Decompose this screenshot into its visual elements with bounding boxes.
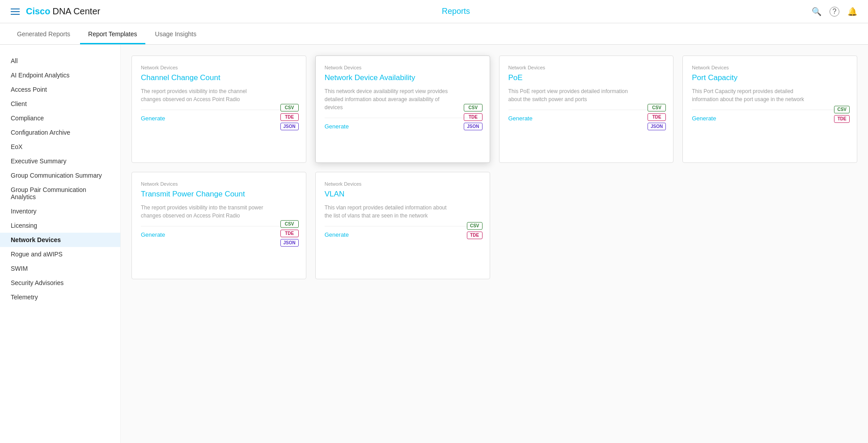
brand-logo: Cisco DNA Center	[26, 6, 100, 17]
card-text-area: PoE This PoE report view provides detail…	[508, 73, 665, 103]
sidebar-item-swim[interactable]: SWIM	[0, 261, 120, 276]
badge-tde: TDE	[280, 230, 299, 237]
badge-csv: CSV	[280, 220, 299, 228]
main-layout: AllAI Endpoint AnalyticsAccess PointClie…	[0, 45, 868, 443]
badge-tde: TDE	[280, 113, 299, 121]
top-nav: Cisco DNA Center Reports 🔍 ? 🔔	[0, 0, 868, 23]
card-footer: Generate	[692, 110, 848, 122]
generate-link[interactable]: Generate	[325, 231, 349, 238]
generate-link[interactable]: Generate	[508, 115, 533, 122]
card-text-area: Port Capacity This Port Capacity report …	[692, 73, 848, 103]
card-description: This network device availability report …	[325, 87, 449, 111]
card-text-area: Network Device Availability This network…	[325, 73, 481, 111]
badge-json: JSON	[464, 123, 482, 130]
nav-left: Cisco DNA Center	[11, 6, 100, 17]
report-card-channel-change: Network Devices Channel Change Count The…	[131, 55, 306, 163]
badge-tde: TDE	[648, 113, 666, 121]
sidebar-item-config-archive[interactable]: Configuration Archive	[0, 125, 120, 140]
report-card-poe: Network Devices PoE This PoE report view…	[499, 55, 674, 163]
report-card-vlan: Network Devices VLAN This vlan report pr…	[315, 172, 490, 279]
brand-rest: DNA Center	[52, 6, 100, 17]
card-footer: Generate	[141, 226, 297, 238]
card-title: Transmit Power Change Count	[141, 189, 266, 199]
card-category: Network Devices	[508, 65, 665, 70]
card-description: This Port Capacity report provides detai…	[692, 87, 817, 103]
badge-tde: TDE	[834, 115, 850, 123]
card-title: VLAN	[325, 189, 449, 199]
card-footer: Generate	[508, 110, 665, 122]
nav-right: 🔍 ? 🔔	[812, 7, 857, 17]
generate-link[interactable]: Generate	[325, 123, 349, 130]
sidebar-item-rogue[interactable]: Rogue and aWIPS	[0, 247, 120, 261]
card-badges: CSVTDEJSON	[464, 104, 482, 130]
sidebar-item-executive[interactable]: Executive Summary	[0, 154, 120, 168]
card-text-area: VLAN This vlan report provides detailed …	[325, 189, 481, 220]
sidebar-item-inventory[interactable]: Inventory	[0, 204, 120, 218]
sidebar-item-licensing[interactable]: Licensing	[0, 218, 120, 233]
sidebar-item-compliance[interactable]: Compliance	[0, 111, 120, 125]
sidebar-item-telemetry[interactable]: Telemetry	[0, 290, 120, 304]
report-card-port-capacity: Network Devices Port Capacity This Port …	[682, 55, 857, 163]
badge-csv: CSV	[467, 222, 483, 230]
tab-usage-insights[interactable]: Usage Insights	[147, 25, 205, 44]
card-category: Network Devices	[692, 65, 848, 70]
tab-report-templates[interactable]: Report Templates	[80, 25, 145, 44]
card-content-row: Transmit Power Change Count The report p…	[141, 189, 297, 220]
sidebar-item-group-pair[interactable]: Group Pair Communication Analytics	[0, 183, 120, 204]
page-title: Reports	[442, 7, 470, 16]
card-badges: CSVTDEJSON	[648, 104, 666, 130]
sidebar-item-eox[interactable]: EoX	[0, 140, 120, 154]
brand-cisco: Cisco	[26, 6, 50, 17]
bell-icon[interactable]: 🔔	[847, 7, 857, 17]
sidebar: AllAI Endpoint AnalyticsAccess PointClie…	[0, 45, 121, 443]
card-content-row: Port Capacity This Port Capacity report …	[692, 73, 848, 103]
card-description: This vlan report provides detailed infor…	[325, 204, 449, 220]
card-category: Network Devices	[325, 181, 481, 187]
generate-link[interactable]: Generate	[692, 115, 716, 122]
card-content-row: Channel Change Count The report provides…	[141, 73, 297, 103]
content-area: Network Devices Channel Change Count The…	[121, 45, 868, 443]
card-description: The report provides visibility into the …	[141, 204, 266, 220]
tab-generated-reports[interactable]: Generated Reports	[9, 25, 78, 44]
generate-link[interactable]: Generate	[141, 115, 165, 122]
report-card-transmit-power: Network Devices Transmit Power Change Co…	[131, 172, 306, 279]
card-badges: CSVTDEJSON	[280, 104, 299, 130]
badge-csv: CSV	[834, 106, 850, 113]
sidebar-item-ai[interactable]: AI Endpoint Analytics	[0, 68, 120, 82]
card-content-row: PoE This PoE report view provides detail…	[508, 73, 665, 103]
card-category: Network Devices	[141, 181, 297, 187]
card-footer: Generate	[325, 226, 481, 238]
card-badges: CSVTDE	[467, 222, 483, 239]
card-text-area: Transmit Power Change Count The report p…	[141, 189, 297, 220]
card-text-area: Channel Change Count The report provides…	[141, 73, 297, 103]
tabs-bar: Generated Reports Report Templates Usage…	[0, 23, 868, 45]
card-badges: CSVTDEJSON	[280, 220, 299, 247]
card-category: Network Devices	[325, 65, 481, 70]
cards-grid: Network Devices Channel Change Count The…	[131, 55, 857, 279]
sidebar-item-group-comm[interactable]: Group Communication Summary	[0, 168, 120, 183]
card-title: PoE	[508, 73, 633, 83]
card-category: Network Devices	[141, 65, 297, 70]
badge-json: JSON	[280, 239, 299, 247]
generate-link[interactable]: Generate	[141, 231, 165, 238]
sidebar-item-all[interactable]: All	[0, 54, 120, 68]
help-icon[interactable]: ?	[830, 7, 839, 17]
hamburger-icon[interactable]	[11, 9, 20, 15]
card-title: Port Capacity	[692, 73, 817, 83]
report-card-network-device-availability: Network Devices Network Device Availabil…	[315, 55, 490, 163]
card-footer: Generate	[325, 118, 481, 130]
card-content-row: VLAN This vlan report provides detailed …	[325, 189, 481, 220]
sidebar-item-security[interactable]: Security Advisories	[0, 276, 120, 290]
search-icon[interactable]: 🔍	[812, 7, 821, 17]
badge-json: JSON	[648, 123, 666, 130]
card-title: Channel Change Count	[141, 73, 266, 83]
sidebar-item-client[interactable]: Client	[0, 97, 120, 111]
card-badges: CSVTDE	[834, 106, 850, 123]
card-title: Network Device Availability	[325, 73, 449, 83]
badge-csv: CSV	[648, 104, 666, 111]
card-footer: Generate	[141, 110, 297, 122]
sidebar-item-network-devices[interactable]: Network Devices	[0, 233, 120, 247]
sidebar-item-access-point[interactable]: Access Point	[0, 82, 120, 97]
badge-csv: CSV	[280, 104, 299, 111]
card-content-row: Network Device Availability This network…	[325, 73, 481, 111]
